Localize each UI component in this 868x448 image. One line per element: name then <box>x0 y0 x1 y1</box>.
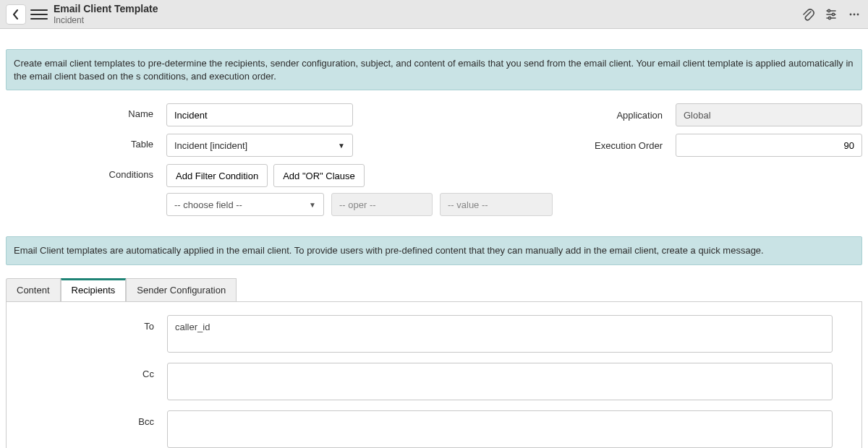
label-name: Name <box>14 103 166 119</box>
label-cc: Cc <box>15 363 167 379</box>
table-select-value: Incident [incident] <box>174 140 247 151</box>
name-input[interactable] <box>166 103 353 126</box>
label-to: To <box>15 315 167 332</box>
table-select[interactable]: Incident [incident] ▼ <box>166 134 353 157</box>
main-content: Create email client templates to pre-det… <box>0 29 868 448</box>
condition-operator-select[interactable]: -- oper -- <box>331 193 433 216</box>
label-conditions: Conditions <box>14 164 166 180</box>
form-grid: Name Table Incident [incident] ▼ Conditi… <box>6 103 862 223</box>
execution-order-input[interactable] <box>676 134 862 157</box>
page-header: Email Client Template Incident <box>0 0 868 29</box>
svg-point-6 <box>850 13 852 15</box>
recipients-panel: To caller_id Cc Bcc <box>6 302 862 448</box>
cc-field[interactable] <box>167 363 833 400</box>
more-icon[interactable] <box>846 7 862 22</box>
to-value: caller_id <box>175 322 210 332</box>
label-application: Application <box>553 110 676 121</box>
svg-point-5 <box>828 17 830 19</box>
svg-point-4 <box>832 13 834 15</box>
tab-recipients[interactable]: Recipients <box>61 278 127 301</box>
condition-operator-placeholder: -- oper -- <box>339 199 376 210</box>
to-field[interactable]: caller_id <box>167 315 833 353</box>
page-title: Email Client Template <box>54 3 158 15</box>
label-bcc: Bcc <box>15 410 167 427</box>
tab-content[interactable]: Content <box>6 278 61 301</box>
condition-value-placeholder: -- value -- <box>448 199 488 210</box>
label-table: Table <box>14 134 166 150</box>
svg-point-8 <box>857 13 859 15</box>
tab-sender-configuration[interactable]: Sender Configuration <box>126 278 237 301</box>
condition-field-placeholder: -- choose field -- <box>174 199 242 210</box>
svg-point-7 <box>854 13 856 15</box>
chevron-left-icon <box>12 9 20 20</box>
info-banner-mid: Email Client templates are automatically… <box>6 236 862 265</box>
back-button[interactable] <box>6 4 26 25</box>
condition-value-input[interactable]: -- value -- <box>440 193 553 216</box>
chevron-down-icon: ▼ <box>309 201 316 209</box>
chevron-down-icon: ▼ <box>338 142 345 150</box>
svg-point-3 <box>827 9 830 12</box>
settings-sliders-icon[interactable] <box>823 7 839 22</box>
condition-field-select[interactable]: -- choose field -- ▼ <box>166 193 324 216</box>
add-or-clause-button[interactable]: Add "OR" Clause <box>273 164 365 187</box>
add-filter-condition-button[interactable]: Add Filter Condition <box>166 164 268 187</box>
application-value: Global <box>684 110 711 121</box>
menu-icon[interactable] <box>30 6 48 23</box>
title-block: Email Client Template Incident <box>54 3 158 25</box>
record-name: Incident <box>54 15 158 25</box>
attachment-icon[interactable] <box>800 7 816 22</box>
label-execution-order: Execution Order <box>553 140 676 151</box>
application-field: Global <box>676 103 862 126</box>
info-banner-top: Create email client templates to pre-det… <box>6 49 862 90</box>
bcc-field[interactable] <box>167 410 833 448</box>
tab-bar: Content Recipients Sender Configuration <box>6 278 862 302</box>
